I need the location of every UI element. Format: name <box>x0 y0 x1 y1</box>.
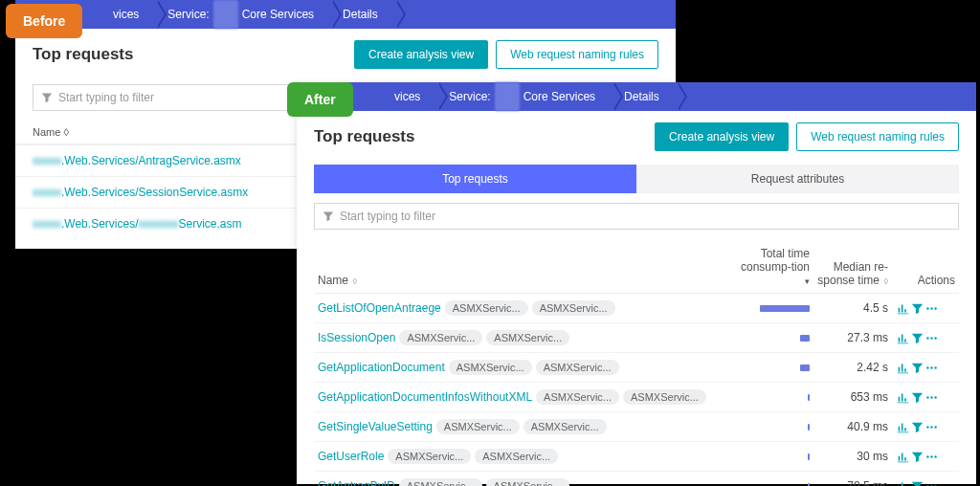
filter-icon[interactable] <box>911 391 924 404</box>
crumb-services[interactable]: vices <box>101 0 156 29</box>
table-row: GetAntragByIDASMXServic...ASMXServic...7… <box>314 472 959 487</box>
filter-input[interactable]: Start typing to filter <box>314 203 959 230</box>
service-tag[interactable]: ASMXServic... <box>388 449 471 464</box>
col-actions: Actions <box>892 241 959 294</box>
service-tag[interactable]: ASMXServic... <box>399 330 482 345</box>
service-tag[interactable]: ASMXServic... <box>399 478 482 486</box>
crumb-services[interactable]: vices <box>383 82 437 111</box>
svg-point-7 <box>930 366 932 368</box>
response-time: 27.3 ms <box>813 323 892 353</box>
col-median[interactable]: Median re-sponse time ◊ <box>813 241 892 294</box>
filter-icon[interactable] <box>911 451 924 463</box>
tab-request-attributes[interactable]: Request attributes <box>636 165 959 193</box>
breadcrumb: vices Service:xxxCore Services Details <box>297 82 976 111</box>
table-row: IsSessionOpenASMXServic...ASMXServic...2… <box>314 323 959 353</box>
filter-placeholder: Start typing to filter <box>58 91 154 104</box>
table-row: GetListOfOpenAntraegeASMXServic...ASMXSe… <box>314 294 959 323</box>
service-tag[interactable]: ASMXServic... <box>523 419 607 434</box>
chart-icon[interactable] <box>897 302 909 315</box>
service-tag[interactable]: ASMXServic... <box>486 330 569 345</box>
svg-point-15 <box>926 455 928 457</box>
row-actions <box>892 472 959 487</box>
tab-top-requests[interactable]: Top requests <box>314 165 636 193</box>
filter-icon[interactable] <box>911 421 924 433</box>
breadcrumb: vices Service:xxxCore Services Details <box>15 0 676 29</box>
requests-table: Name ◊ Total time consump-tion Median re… <box>314 241 959 486</box>
filter-icon <box>323 210 334 222</box>
service-tag[interactable]: ASMXServic... <box>486 478 569 486</box>
response-time: 30 ms <box>813 442 892 472</box>
chart-icon[interactable] <box>897 480 909 486</box>
svg-point-6 <box>926 366 928 368</box>
naming-rules-button[interactable]: Web request naming rules <box>796 122 959 151</box>
filter-icon[interactable] <box>911 362 924 374</box>
page-title: Top requests <box>314 127 414 146</box>
chart-icon[interactable] <box>897 421 909 433</box>
response-time: 2.42 s <box>813 353 892 383</box>
filter-icon[interactable] <box>911 332 924 344</box>
time-bar <box>760 305 810 312</box>
svg-point-17 <box>934 455 936 457</box>
request-link[interactable]: IsSessionOpen <box>318 331 395 344</box>
chart-icon[interactable] <box>897 332 909 344</box>
create-analysis-button[interactable]: Create analysis view <box>655 122 789 151</box>
svg-point-0 <box>926 307 928 309</box>
filter-icon[interactable] <box>911 480 924 486</box>
more-icon[interactable] <box>925 451 938 463</box>
request-link[interactable]: GetUserRole <box>318 450 384 463</box>
svg-point-11 <box>934 396 936 398</box>
row-actions <box>892 294 959 323</box>
service-tag[interactable]: ASMXServic... <box>449 360 532 375</box>
chart-icon[interactable] <box>897 451 909 463</box>
service-tag[interactable]: ASMXServic... <box>536 389 619 405</box>
more-icon[interactable] <box>925 362 938 374</box>
service-tag[interactable]: ASMXServic... <box>623 389 706 405</box>
row-actions <box>892 353 959 383</box>
svg-point-14 <box>934 426 936 428</box>
tabs: Top requests Request attributes <box>314 165 959 193</box>
service-tag[interactable]: ASMXServic... <box>475 449 558 464</box>
more-icon[interactable] <box>925 480 938 486</box>
request-link[interactable]: GetAntragByID <box>318 479 395 486</box>
col-total-time[interactable]: Total time consump-tion <box>735 241 813 294</box>
table-row: GetApplicationDocumentASMXServic...ASMXS… <box>314 353 959 383</box>
more-icon[interactable] <box>925 332 938 344</box>
service-tag[interactable]: ASMXServic... <box>532 300 615 316</box>
after-panel: vices Service:xxxCore Services Details T… <box>297 82 976 484</box>
response-time: 40.9 ms <box>813 412 892 442</box>
svg-point-12 <box>926 426 928 428</box>
svg-point-16 <box>930 455 932 457</box>
more-icon[interactable] <box>925 421 938 433</box>
response-time: 4.5 s <box>813 294 892 323</box>
filter-icon <box>41 92 53 103</box>
request-link[interactable]: GetListOfOpenAntraege <box>318 301 441 315</box>
time-bar <box>800 364 810 371</box>
svg-point-8 <box>934 366 936 368</box>
filter-icon[interactable] <box>911 302 924 315</box>
page-title: Top requests <box>33 45 133 64</box>
service-tag[interactable]: ASMXServic... <box>436 419 520 434</box>
col-name[interactable]: Name ◊ <box>314 241 735 294</box>
time-bar <box>808 453 810 460</box>
request-link[interactable]: GetApplicationDocumentInfosWithoutXML <box>318 390 532 404</box>
chart-icon[interactable] <box>897 362 909 374</box>
time-bar <box>808 394 810 401</box>
crumb-service[interactable]: Service:xxxCore Services <box>156 0 331 29</box>
time-bar <box>808 483 810 487</box>
service-tag[interactable]: ASMXServic... <box>536 360 619 375</box>
more-icon[interactable] <box>925 302 938 315</box>
before-badge: Before <box>6 4 82 38</box>
more-icon[interactable] <box>925 391 938 404</box>
row-actions <box>892 323 959 353</box>
request-link[interactable]: GetApplicationDocument <box>318 361 445 374</box>
table-row: GetSingleValueSettingASMXServic...ASMXSe… <box>314 412 959 442</box>
svg-point-4 <box>930 337 932 339</box>
filter-placeholder: Start typing to filter <box>340 210 435 223</box>
chart-icon[interactable] <box>897 391 909 404</box>
crumb-service[interactable]: Service:xxxCore Services <box>437 82 612 111</box>
create-analysis-button[interactable]: Create analysis view <box>354 40 488 69</box>
svg-point-10 <box>930 396 932 398</box>
service-tag[interactable]: ASMXServic... <box>445 300 528 316</box>
naming-rules-button[interactable]: Web request naming rules <box>496 40 658 69</box>
request-link[interactable]: GetSingleValueSetting <box>318 420 433 433</box>
